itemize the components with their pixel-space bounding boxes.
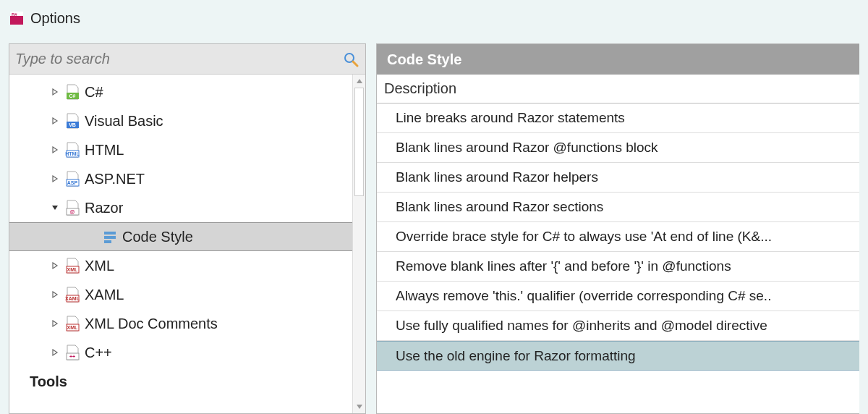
svg-rect-16 bbox=[104, 236, 116, 239]
tree-item-label: XML bbox=[85, 258, 114, 274]
tree-item-asp-net[interactable]: ASPASP.NET bbox=[9, 164, 365, 193]
setting-row[interactable]: Always remove 'this.' qualifier (overrid… bbox=[377, 282, 859, 311]
svg-text:++: ++ bbox=[69, 354, 75, 359]
svg-rect-15 bbox=[104, 232, 116, 235]
razor-file-icon: @ bbox=[64, 200, 80, 216]
options-tree-pane: C#C#VBVisual BasicHTMLHTMLASPASP.NET@Raz… bbox=[9, 43, 366, 414]
svg-text:XAML: XAML bbox=[65, 296, 80, 301]
expand-icon[interactable] bbox=[50, 116, 60, 126]
svg-text:XML: XML bbox=[67, 267, 79, 272]
setting-row[interactable]: Blank lines around Razor @functions bloc… bbox=[377, 133, 859, 163]
expand-icon[interactable] bbox=[50, 347, 60, 358]
svg-text:XML: XML bbox=[67, 325, 79, 330]
setting-row[interactable]: Use fully qualified names for @inherits … bbox=[377, 311, 859, 341]
tree-item-label: ASP.NET bbox=[85, 171, 145, 187]
scrollbar-thumb[interactable] bbox=[354, 88, 364, 196]
tree-item-code-style[interactable]: Code Style bbox=[9, 222, 365, 251]
xmldoc-file-icon: XML bbox=[64, 316, 80, 331]
vb-file-icon: VB bbox=[64, 113, 80, 129]
tree-item-c-[interactable]: C#C# bbox=[9, 77, 365, 106]
expand-icon[interactable] bbox=[50, 174, 60, 184]
app-logo-icon: R# bbox=[9, 10, 25, 26]
tree-item-xml[interactable]: XMLXML bbox=[9, 251, 365, 280]
search-bar bbox=[9, 44, 365, 75]
expand-icon[interactable] bbox=[50, 318, 60, 329]
scroll-up-arrow[interactable] bbox=[353, 75, 365, 88]
tree-item-xml-doc-comments[interactable]: XMLXML Doc Comments bbox=[9, 309, 365, 338]
setting-row[interactable]: Use the old engine for Razor formatting bbox=[377, 341, 859, 371]
tree-item-c-[interactable]: ++C++ bbox=[9, 338, 365, 367]
expand-icon[interactable] bbox=[50, 145, 60, 155]
setting-row[interactable]: Override brace style for C# to always us… bbox=[377, 222, 859, 252]
settings-list: Line breaks around Razor statementsBlank… bbox=[377, 104, 859, 371]
setting-row[interactable]: Blank lines around Razor helpers bbox=[377, 163, 859, 193]
tree-item-label: XAML bbox=[85, 287, 124, 303]
xaml-file-icon: XAML bbox=[64, 287, 80, 303]
xml-file-icon: XML bbox=[64, 258, 80, 274]
tree-scrollbar[interactable] bbox=[352, 75, 365, 413]
tree-item-label: C# bbox=[85, 84, 103, 101]
settings-title: Code Style bbox=[377, 44, 859, 75]
tree-item-razor[interactable]: @Razor bbox=[9, 193, 365, 222]
tree-section-label: Tools bbox=[30, 373, 67, 390]
expand-icon[interactable] bbox=[50, 87, 60, 97]
options-tree: C#C#VBVisual BasicHTMLHTMLASPASP.NET@Raz… bbox=[9, 75, 365, 413]
tree-section-tools[interactable]: Tools bbox=[9, 367, 365, 396]
scroll-down-arrow[interactable] bbox=[353, 400, 365, 413]
setting-row[interactable]: Line breaks around Razor statements bbox=[377, 104, 859, 133]
html-file-icon: HTML bbox=[64, 142, 80, 158]
settings-pane: Code Style Description Line breaks aroun… bbox=[376, 43, 859, 414]
tree-item-label: HTML bbox=[85, 142, 124, 159]
search-icon[interactable] bbox=[342, 51, 359, 68]
tree-item-html[interactable]: HTMLHTML bbox=[9, 135, 365, 164]
expand-icon[interactable] bbox=[50, 261, 60, 271]
svg-line-4 bbox=[353, 62, 357, 66]
csharp-file-icon: C# bbox=[64, 84, 80, 100]
tree-item-label: C++ bbox=[85, 345, 112, 361]
window-header: R# Options bbox=[0, 0, 868, 36]
codestyle-file-icon bbox=[102, 229, 118, 245]
svg-rect-17 bbox=[104, 240, 111, 243]
svg-text:VB: VB bbox=[69, 122, 76, 127]
asp-file-icon: ASP bbox=[64, 171, 80, 187]
tree-item-label: Razor bbox=[85, 200, 123, 216]
tree-item-label: Code Style bbox=[122, 229, 193, 245]
setting-row[interactable]: Blank lines around Razor sections bbox=[377, 193, 859, 222]
svg-text:R#: R# bbox=[12, 12, 17, 17]
expand-icon[interactable] bbox=[50, 290, 60, 300]
setting-row[interactable]: Remove blank lines after '{' and before … bbox=[377, 252, 859, 282]
svg-text:HTML: HTML bbox=[65, 151, 80, 156]
tree-item-label: XML Doc Comments bbox=[85, 316, 218, 332]
svg-text:C#: C# bbox=[69, 93, 76, 98]
search-input[interactable] bbox=[15, 51, 338, 67]
collapse-icon[interactable] bbox=[50, 203, 60, 213]
window-title: Options bbox=[30, 10, 80, 27]
tree-item-label: Visual Basic bbox=[85, 113, 163, 130]
cpp-file-icon: ++ bbox=[64, 345, 80, 360]
description-header: Description bbox=[377, 75, 859, 104]
tree-item-visual-basic[interactable]: VBVisual Basic bbox=[9, 106, 365, 135]
svg-text:@: @ bbox=[70, 209, 75, 214]
tree-item-xaml[interactable]: XAMLXAML bbox=[9, 280, 365, 309]
svg-text:ASP: ASP bbox=[67, 180, 78, 185]
